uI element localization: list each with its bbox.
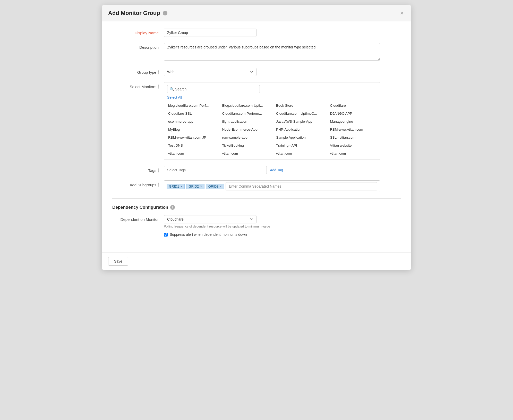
- modal-header: Add Monitor Group i ×: [102, 5, 411, 21]
- description-textarea[interactable]: Zylker's resources are grouped under var…: [164, 43, 380, 61]
- group-type-wrap: Web Infrastructure Application Database: [164, 68, 401, 76]
- subgroup-tag-grid2: GRID2 ×: [186, 184, 204, 189]
- group-type-label: Group type: [105, 70, 156, 74]
- monitor-item[interactable]: Test DNS: [164, 141, 218, 149]
- subgroups-info-icon[interactable]: i: [158, 182, 159, 187]
- select-all-link[interactable]: Select All: [164, 93, 380, 100]
- select-monitors-label: Select Monitors: [105, 85, 156, 89]
- subgroups-label-row: Add Subgroups i: [112, 180, 164, 187]
- tags-label: Tags: [105, 168, 156, 173]
- dependency-section-title: Dependency Configuration: [112, 205, 168, 210]
- monitor-item[interactable]: RBM-www.vtitan.com: [326, 125, 380, 133]
- monitor-item[interactable]: TicketBooking: [218, 141, 272, 149]
- select-monitors-row: Select Monitors i 🔍 Select All blog.clou…: [112, 82, 401, 160]
- modal-footer: Save: [102, 253, 411, 270]
- dependency-header: Dependency Configuration i: [112, 205, 401, 210]
- monitor-item[interactable]: vtitan.com: [164, 149, 218, 157]
- suppress-checkbox[interactable]: [164, 233, 168, 237]
- monitor-item[interactable]: Vtitan website: [326, 141, 380, 149]
- description-wrap: Zylker's resources are grouped under var…: [164, 43, 401, 62]
- suppress-label: Suppress alert when dependent monitor is…: [170, 232, 247, 237]
- display-name-row: Display Name: [112, 29, 401, 37]
- monitor-item[interactable]: Training - API: [272, 141, 326, 149]
- monitor-item[interactable]: vtitan.com: [326, 149, 380, 157]
- subgroup-remove-grid1[interactable]: ×: [181, 184, 183, 188]
- subgroup-tag-label: GRID2: [189, 184, 199, 188]
- dependent-label: Dependent on Monitor: [112, 215, 164, 222]
- monitor-item[interactable]: Sample Application: [272, 133, 326, 141]
- description-label: Description: [112, 43, 164, 49]
- subgroup-remove-grid3[interactable]: ×: [220, 184, 222, 188]
- tags-row: Tags i Add Tag: [112, 166, 401, 174]
- add-subgroups-row: Add Subgroups i GRID1 × GRID2 × GRID3 ×: [112, 180, 401, 192]
- monitor-item[interactable]: flight-application: [218, 117, 272, 125]
- group-type-select[interactable]: Web Infrastructure Application Database: [164, 68, 256, 76]
- subgroup-tag-grid1: GRID1 ×: [167, 184, 185, 189]
- section-divider: [112, 198, 401, 199]
- monitor-item[interactable]: Blog.cloudflare.com-Upti...: [218, 102, 272, 110]
- monitor-item[interactable]: Cloudflare-SSL: [164, 110, 218, 117]
- tags-info-icon[interactable]: i: [158, 168, 159, 173]
- monitor-search-input[interactable]: [167, 85, 260, 93]
- add-tag-link[interactable]: Add Tag: [270, 168, 283, 172]
- search-icon: 🔍: [170, 87, 174, 91]
- tags-wrap: Add Tag: [164, 166, 401, 174]
- description-row: Description Zylker's resources are group…: [112, 43, 401, 62]
- monitor-item[interactable]: ecommerce-app: [164, 117, 218, 125]
- monitor-item[interactable]: RBM-www.vtitan.com JP: [164, 133, 218, 141]
- monitors-search: 🔍: [164, 82, 380, 93]
- monitor-item[interactable]: MyBlog: [164, 125, 218, 133]
- dependency-info-icon[interactable]: i: [170, 205, 175, 210]
- modal-title: Add Monitor Group: [108, 10, 160, 16]
- dependent-wrap: Cloudflare vtitan.com blog.cloudflare.co…: [164, 215, 401, 237]
- subgroup-tag-label: GRID1: [169, 184, 179, 188]
- select-monitors-label-row: Select Monitors i: [112, 82, 164, 89]
- monitors-box-wrap: 🔍 Select All blog.cloudflare.com-Perf...…: [164, 82, 401, 160]
- monitor-item[interactable]: Cloudflare.com-Perform...: [218, 110, 272, 117]
- modal-title-row: Add Monitor Group i: [108, 10, 167, 16]
- monitor-item[interactable]: Node-Ecommerce-App: [218, 125, 272, 133]
- monitor-item[interactable]: Cloudflare.com-UptimeC...: [272, 110, 326, 117]
- monitor-item[interactable]: DJANGO APP: [326, 110, 380, 117]
- monitor-item[interactable]: Manageengine: [326, 117, 380, 125]
- add-monitor-group-modal: Add Monitor Group i × Display Name Descr…: [102, 5, 411, 270]
- dependent-select[interactable]: Cloudflare vtitan.com blog.cloudflare.co…: [164, 215, 256, 223]
- group-type-info-icon[interactable]: i: [158, 70, 159, 74]
- monitor-item[interactable]: PHP-Application: [272, 125, 326, 133]
- monitor-item[interactable]: vtitan.com: [272, 149, 326, 157]
- select-monitors-info-icon[interactable]: i: [158, 84, 159, 89]
- monitors-box: 🔍 Select All blog.cloudflare.com-Perf...…: [164, 82, 380, 160]
- display-name-input[interactable]: [164, 29, 256, 37]
- close-button[interactable]: ×: [398, 10, 405, 16]
- dependent-hint: Polling frequency of dependent resource …: [164, 225, 401, 228]
- title-info-icon[interactable]: i: [163, 11, 167, 15]
- monitor-item[interactable]: vtitan.com: [218, 149, 272, 157]
- subgroups-label: Add Subgroups: [105, 183, 156, 187]
- display-name-label: Display Name: [112, 29, 164, 35]
- monitor-item[interactable]: SSL - vtitan.com: [326, 133, 380, 141]
- monitor-item[interactable]: rum-sample-app: [218, 133, 272, 141]
- display-name-wrap: [164, 29, 401, 37]
- modal-body: Display Name Description Zylker's resour…: [102, 21, 411, 250]
- monitor-item[interactable]: blog.cloudflare.com-Perf...: [164, 102, 218, 110]
- subgroup-tag-grid3: GRID3 ×: [206, 184, 224, 189]
- tags-label-row: Tags i: [112, 166, 164, 173]
- dependent-on-row: Dependent on Monitor Cloudflare vtitan.c…: [112, 215, 401, 237]
- group-type-label-row: Group type i: [112, 68, 164, 74]
- monitors-grid: blog.cloudflare.com-Perf...Blog.cloudfla…: [164, 100, 380, 159]
- tags-inner-wrap: Add Tag: [164, 166, 401, 174]
- subgroup-remove-grid2[interactable]: ×: [200, 184, 202, 188]
- group-type-row: Group type i Web Infrastructure Applicat…: [112, 68, 401, 76]
- search-input-wrap: 🔍: [167, 85, 260, 93]
- subgroups-wrap: GRID1 × GRID2 × GRID3 ×: [164, 180, 401, 192]
- subgroup-tag-label: GRID3: [208, 184, 219, 188]
- tags-input[interactable]: [164, 166, 267, 174]
- monitor-item[interactable]: Book Store: [272, 102, 326, 110]
- save-button[interactable]: Save: [108, 257, 128, 266]
- subgroups-input-wrap[interactable]: GRID1 × GRID2 × GRID3 ×: [164, 180, 380, 192]
- suppress-checkbox-row: Suppress alert when dependent monitor is…: [164, 232, 401, 237]
- subgroups-text-input[interactable]: [226, 182, 377, 190]
- monitor-item[interactable]: Java AWS-Sample-App: [272, 117, 326, 125]
- monitor-item[interactable]: Cloudflare: [326, 102, 380, 110]
